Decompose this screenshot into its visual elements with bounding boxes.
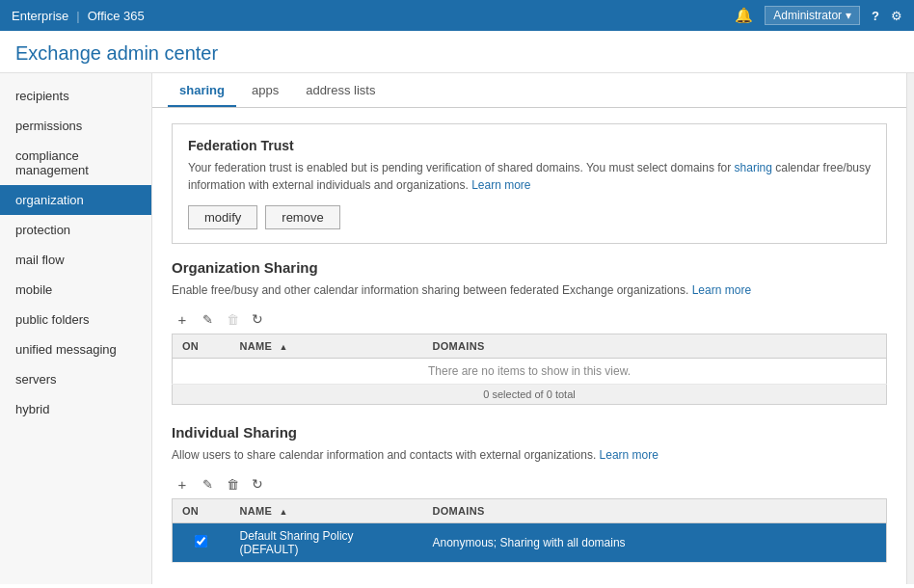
individual-sharing-col-domains: DOMAINS [423, 499, 887, 523]
individual-sharing-col-on: ON [173, 499, 230, 523]
sidebar-item-protection[interactable]: protection [0, 215, 151, 245]
admin-menu-button[interactable]: Administrator ▾ [765, 6, 860, 25]
org-sharing-learn-more-link[interactable]: Learn more [692, 283, 751, 297]
federation-trust-description: Your federation trust is enabled but is … [188, 159, 871, 194]
org-sharing-col-domains: DOMAINS [423, 334, 887, 359]
federation-trust-box: Federation Trust Your federation trust i… [172, 123, 887, 244]
individual-sharing-toolbar: + ✎ 🗑 ↻ [172, 473, 887, 494]
org-sharing-edit-icon[interactable]: ✎ [197, 308, 218, 330]
sidebar-item-servers[interactable]: servers [0, 364, 151, 394]
sidebar-item-recipients[interactable]: recipients [0, 81, 151, 111]
app-title: Exchange admin center [0, 31, 914, 73]
office365-label: Office 365 [88, 9, 145, 23]
individual-sharing-table: ON NAME ▲ DOMAINS [172, 498, 887, 563]
org-sharing-col-on: ON [173, 334, 230, 359]
main-layout: recipients permissions compliance manage… [0, 73, 914, 584]
sidebar-item-public-folders[interactable]: public folders [0, 305, 151, 334]
tab-address-lists[interactable]: address lists [294, 73, 387, 107]
org-sharing-empty-row: There are no items to show in this view. [173, 359, 887, 385]
modify-button[interactable]: modify [188, 205, 257, 229]
content-area: sharing apps address lists Federation Tr… [152, 73, 906, 584]
policy-name-cell: Default Sharing Policy (DEFAULT) [230, 523, 423, 563]
sharing-link[interactable]: sharing [735, 161, 772, 174]
row-checkbox[interactable] [195, 535, 207, 548]
federation-trust-title: Federation Trust [188, 138, 871, 153]
org-sharing-delete-icon[interactable]: 🗑 [222, 308, 243, 330]
org-sharing-description: Enable free/busy and other calendar info… [172, 281, 887, 299]
sidebar-item-organization[interactable]: organization [0, 185, 151, 215]
separator: | [76, 9, 79, 23]
individual-sharing-edit-icon[interactable]: ✎ [197, 473, 218, 494]
sidebar: recipients permissions compliance manage… [0, 73, 152, 584]
sidebar-item-unified-messaging[interactable]: unified messaging [0, 334, 151, 364]
individual-sharing-title: Individual Sharing [172, 424, 887, 441]
enterprise-label: Enterprise [12, 9, 68, 23]
help-icon[interactable]: ? [872, 9, 879, 23]
org-sharing-empty-message: There are no items to show in this view. [173, 359, 887, 385]
org-sharing-toolbar: + ✎ 🗑 ↻ [172, 308, 887, 330]
federation-trust-actions: modify remove [188, 205, 871, 229]
scrollbar[interactable] [906, 73, 914, 584]
settings-icon[interactable]: ⚙ [891, 9, 902, 23]
individual-name-sort-icon: ▲ [279, 507, 287, 517]
chevron-down-icon: ▾ [846, 9, 851, 22]
tab-sharing[interactable]: sharing [168, 73, 236, 107]
individual-sharing-description: Allow users to share calendar informatio… [172, 446, 887, 464]
sidebar-item-permissions[interactable]: permissions [0, 111, 151, 141]
org-sharing-col-name[interactable]: NAME ▲ [230, 334, 423, 359]
bell-icon[interactable]: 🔔 [735, 7, 753, 24]
individual-sharing-delete-icon[interactable]: 🗑 [222, 473, 243, 494]
org-sharing-title: Organization Sharing [172, 259, 887, 276]
individual-sharing-col-name[interactable]: NAME ▲ [230, 499, 423, 523]
org-sharing-table-footer: 0 selected of 0 total [172, 385, 887, 405]
remove-button[interactable]: remove [265, 205, 339, 229]
individual-sharing-learn-more-link[interactable]: Learn more [600, 448, 659, 462]
individual-sharing-section: Individual Sharing Allow users to share … [172, 424, 887, 563]
sidebar-item-mobile[interactable]: mobile [0, 275, 151, 305]
app-title-text: Exchange admin center [15, 42, 218, 64]
org-sharing-table-header: ON NAME ▲ DOMAINS [173, 334, 887, 359]
top-bar-actions: 🔔 Administrator ▾ ? ⚙ [735, 6, 902, 25]
policy-domains-cell: Anonymous; Sharing with all domains [423, 523, 887, 563]
sidebar-item-hybrid[interactable]: hybrid [0, 394, 151, 424]
fed-trust-learn-more-link[interactable]: Learn more [471, 178, 530, 192]
sidebar-item-mail-flow[interactable]: mail flow [0, 245, 151, 275]
org-sharing-add-icon[interactable]: + [172, 308, 193, 330]
org-sharing-refresh-icon[interactable]: ↻ [247, 308, 268, 330]
sidebar-item-compliance-management[interactable]: compliance management [0, 141, 151, 185]
row-checkbox-cell [173, 523, 230, 563]
tab-apps[interactable]: apps [240, 73, 290, 107]
individual-sharing-add-icon[interactable]: + [172, 473, 193, 494]
section-content: Federation Trust Your federation trust i… [152, 108, 906, 578]
top-bar: Enterprise | Office 365 🔔 Administrator … [0, 0, 914, 31]
individual-sharing-refresh-icon[interactable]: ↻ [247, 473, 268, 494]
organization-sharing-section: Organization Sharing Enable free/busy an… [172, 259, 887, 405]
org-name-sort-icon: ▲ [279, 342, 287, 352]
admin-label: Administrator [773, 9, 842, 22]
table-row[interactable]: Default Sharing Policy (DEFAULT) Anonymo… [173, 523, 887, 563]
individual-sharing-table-body: Default Sharing Policy (DEFAULT) Anonymo… [173, 523, 887, 563]
org-sharing-table-body: There are no items to show in this view. [173, 359, 887, 385]
top-bar-branding: Enterprise | Office 365 [12, 9, 145, 23]
org-sharing-table: ON NAME ▲ DOMAINS [172, 334, 887, 385]
individual-sharing-table-header: ON NAME ▲ DOMAINS [173, 499, 887, 523]
tabs-bar: sharing apps address lists [152, 73, 906, 108]
